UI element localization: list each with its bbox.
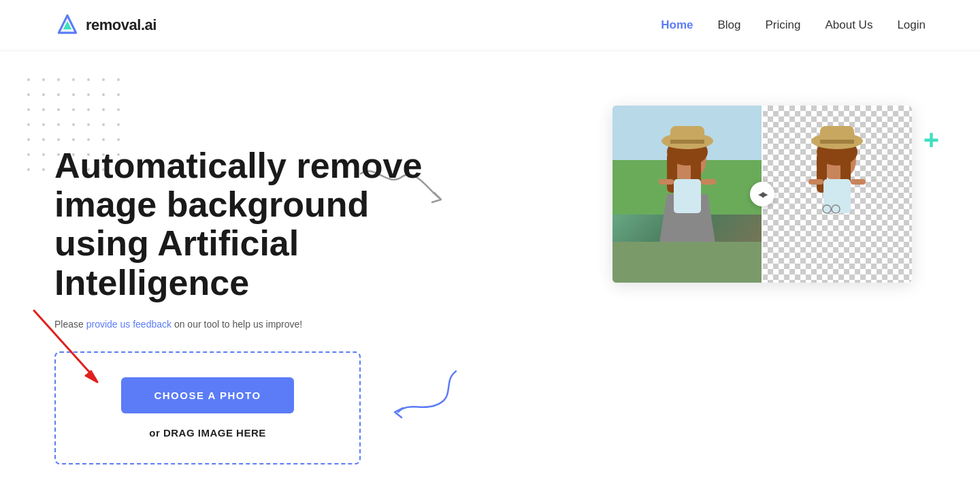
demo-removed-side [762, 106, 912, 283]
svg-rect-3 [612, 242, 762, 283]
feedback-link[interactable]: provide us feedback [86, 319, 172, 330]
demo-image-comparison: ◀▶ [612, 106, 912, 283]
svg-rect-22 [808, 179, 823, 185]
comparison-divider: ◀▶ [762, 106, 763, 283]
feedback-text: Please provide us feedback on our tool t… [54, 319, 436, 330]
svg-rect-10 [670, 140, 704, 144]
main-content: Automatically remove image background us… [0, 51, 980, 489]
logo-link[interactable]: removal.ai [54, 12, 157, 38]
demo-original-side [612, 106, 762, 283]
nav-about[interactable]: About Us [825, 18, 872, 32]
svg-rect-23 [851, 179, 866, 185]
plus-decoration: + [924, 126, 939, 153]
logo-icon [54, 12, 80, 38]
svg-rect-11 [674, 179, 701, 213]
svg-rect-13 [701, 179, 716, 185]
comparison-handle[interactable]: ◀▶ [750, 182, 774, 206]
choose-photo-button[interactable]: CHOOSE A PHOTO [121, 377, 293, 413]
svg-rect-21 [823, 179, 851, 213]
header: removal.ai Home Blog Pricing About Us Lo… [0, 0, 980, 51]
feedback-suffix: on our tool to help us improve! [172, 319, 302, 330]
nav-login[interactable]: Login [897, 18, 926, 32]
nav-pricing[interactable]: Pricing [765, 18, 800, 32]
svg-rect-12 [659, 179, 674, 185]
upload-dropzone[interactable]: CHOOSE A PHOTO or DRAG IMAGE HERE [54, 351, 361, 464]
hero-title: Automatically remove image background us… [54, 146, 436, 302]
drag-text: or DRAG IMAGE HERE [149, 427, 266, 439]
logo-text: removal.ai [86, 16, 157, 34]
nav-home[interactable]: Home [661, 18, 693, 32]
svg-rect-20 [820, 140, 854, 144]
feedback-prefix: Please [54, 319, 86, 330]
left-column: Automatically remove image background us… [54, 92, 436, 464]
handle-arrows: ◀▶ [758, 190, 766, 199]
nav-blog[interactable]: Blog [717, 18, 740, 32]
right-column: + [612, 106, 926, 283]
main-nav: Home Blog Pricing About Us Login [661, 18, 926, 32]
